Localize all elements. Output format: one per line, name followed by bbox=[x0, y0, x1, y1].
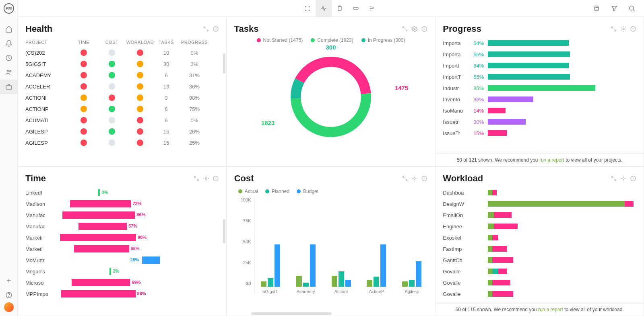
cost-title: Cost bbox=[234, 173, 402, 184]
expand-icon[interactable] bbox=[611, 26, 617, 32]
bell-icon[interactable] bbox=[0, 36, 18, 51]
tasks-donut-chart bbox=[285, 51, 377, 143]
help-icon[interactable] bbox=[0, 288, 18, 302]
workload-panel: Workload ? DashboaDesignWEmailOnEngineeE… bbox=[435, 166, 644, 316]
view-card-icon[interactable] bbox=[348, 0, 364, 17]
workload-row[interactable]: FastImp bbox=[443, 243, 636, 254]
time-row[interactable]: Megan's 2% bbox=[25, 266, 219, 277]
legend-item[interactable]: Not Started (1475) bbox=[257, 37, 303, 43]
expand-icon[interactable] bbox=[402, 26, 408, 32]
clock-icon[interactable] bbox=[0, 51, 18, 65]
workload-row[interactable]: DesignW bbox=[443, 198, 636, 209]
workload-row[interactable]: Govalle bbox=[443, 266, 636, 277]
expand-icon[interactable] bbox=[402, 175, 408, 182]
svg-text:?: ? bbox=[423, 177, 425, 181]
time-row[interactable]: Marketi 90% bbox=[25, 232, 219, 243]
svg-point-28 bbox=[623, 178, 624, 179]
table-row[interactable]: (CS)202 10 0% bbox=[25, 47, 219, 58]
gear-icon[interactable] bbox=[620, 26, 627, 32]
progress-row[interactable]: Invento36% bbox=[443, 94, 636, 105]
view-clipboard-icon[interactable] bbox=[332, 0, 348, 17]
run-report-link[interactable]: run a report bbox=[539, 157, 564, 163]
time-row[interactable]: Manufac 57% bbox=[25, 221, 219, 232]
workload-row[interactable]: Enginee bbox=[443, 221, 636, 232]
scrollbar[interactable] bbox=[223, 219, 225, 243]
plus-icon[interactable] bbox=[0, 273, 18, 288]
avatar[interactable] bbox=[4, 302, 14, 312]
scrollbar-horizontal[interactable] bbox=[251, 312, 332, 315]
svg-text:?: ? bbox=[632, 27, 634, 31]
expand-icon[interactable] bbox=[193, 175, 200, 182]
progress-row[interactable]: Importa65% bbox=[443, 49, 636, 60]
gear-icon[interactable] bbox=[411, 26, 418, 32]
cost-legend: ActualPlannedBudget bbox=[234, 187, 428, 197]
legend-item[interactable]: Complete (1823) bbox=[311, 37, 353, 43]
time-row[interactable]: LinkedI 0% bbox=[25, 187, 219, 198]
help-icon[interactable]: ? bbox=[630, 175, 636, 182]
time-title: Time bbox=[25, 173, 193, 184]
help-icon[interactable]: ? bbox=[630, 26, 636, 32]
search-icon[interactable] bbox=[625, 0, 639, 17]
help-icon[interactable]: ? bbox=[421, 26, 427, 32]
help-icon[interactable]: ? bbox=[421, 175, 427, 182]
scrollbar[interactable] bbox=[223, 53, 225, 74]
help-icon[interactable]: ? bbox=[213, 26, 219, 32]
table-row[interactable]: AGILESP 15 25% bbox=[25, 137, 219, 148]
workload-row[interactable]: Govalle bbox=[443, 277, 636, 288]
time-row[interactable]: Marketi 65% bbox=[25, 243, 219, 254]
gear-icon[interactable] bbox=[620, 175, 627, 182]
time-row[interactable]: MPPImpo 88% bbox=[25, 288, 219, 300]
progress-row[interactable]: Importt64% bbox=[443, 60, 636, 71]
filter-icon[interactable] bbox=[607, 0, 621, 17]
users-icon[interactable] bbox=[0, 65, 18, 80]
progress-row[interactable]: IssueTr15% bbox=[443, 127, 636, 139]
time-row[interactable]: Manufac 86% bbox=[25, 209, 219, 221]
svg-point-22 bbox=[205, 178, 207, 179]
cost-panel: Cost ? ActualPlannedBudget 100K75K50K25K… bbox=[227, 166, 436, 316]
tasks-legend: Not Started (1475)Complete (1823)In Prog… bbox=[234, 37, 428, 43]
run-report-link[interactable]: run a report bbox=[538, 307, 563, 312]
table-row[interactable]: ACCELER 13 36% bbox=[25, 81, 219, 92]
progress-row[interactable]: ImportT65% bbox=[443, 71, 636, 82]
progress-row[interactable]: IsoManu14% bbox=[443, 105, 636, 116]
progress-row[interactable]: Issuetr30% bbox=[443, 116, 636, 127]
health-panel: Health ? PROJECT TIME COST WORKLOAD TASK… bbox=[18, 17, 227, 166]
svg-rect-8 bbox=[353, 8, 358, 9]
table-row[interactable]: AGILESP 15 26% bbox=[25, 126, 219, 137]
cost-group: ActionP bbox=[361, 202, 392, 294]
workload-row[interactable]: GanttCh bbox=[443, 254, 636, 266]
progress-row[interactable]: Industr85% bbox=[443, 82, 636, 94]
time-row[interactable]: Microso 69% bbox=[25, 277, 219, 288]
cost-bars: 5GigsIT Academy ActionI ActionP Agilesp bbox=[254, 197, 428, 294]
workload-row[interactable]: Dashboa bbox=[443, 187, 636, 198]
logo[interactable]: PM bbox=[4, 3, 14, 14]
view-activity-icon[interactable] bbox=[316, 0, 332, 17]
view-scan-icon[interactable] bbox=[299, 0, 316, 17]
table-row[interactable]: ACTIONI 3 98% bbox=[25, 92, 219, 103]
workload-row[interactable]: EmailOn bbox=[443, 209, 636, 221]
legend-item[interactable]: Planned bbox=[265, 189, 289, 194]
workload-title: Workload bbox=[443, 173, 611, 184]
briefcase-icon[interactable] bbox=[0, 80, 18, 94]
gear-icon[interactable] bbox=[203, 175, 209, 182]
legend-item[interactable]: Actual bbox=[238, 189, 258, 194]
home-icon[interactable] bbox=[0, 22, 18, 36]
table-row[interactable]: 5GIGSIT 30 3% bbox=[25, 58, 219, 70]
progress-row[interactable]: Importa64% bbox=[443, 37, 636, 49]
table-row[interactable]: ACUMATI 6 0% bbox=[25, 115, 219, 126]
time-row[interactable]: McMurtr 28% bbox=[25, 254, 219, 266]
print-icon[interactable] bbox=[589, 0, 604, 17]
expand-icon[interactable] bbox=[611, 175, 617, 182]
table-row[interactable]: ACADEMY 6 31% bbox=[25, 70, 219, 81]
expand-icon[interactable] bbox=[203, 26, 209, 32]
view-workflow-icon[interactable] bbox=[364, 0, 380, 17]
gear-icon[interactable] bbox=[411, 175, 418, 182]
workload-row[interactable]: Exoskel bbox=[443, 232, 636, 243]
table-row[interactable]: ACTIONP 6 75% bbox=[25, 103, 219, 115]
legend-item[interactable]: Budget bbox=[297, 189, 318, 194]
health-columns: PROJECT TIME COST WORKLOAD TASKS PROGRES… bbox=[25, 37, 219, 47]
legend-item[interactable]: In Progress (300) bbox=[361, 37, 405, 43]
time-row[interactable]: Madison 72% bbox=[25, 198, 219, 209]
help-icon[interactable]: ? bbox=[213, 175, 219, 182]
workload-row[interactable]: Govalle bbox=[443, 288, 636, 300]
